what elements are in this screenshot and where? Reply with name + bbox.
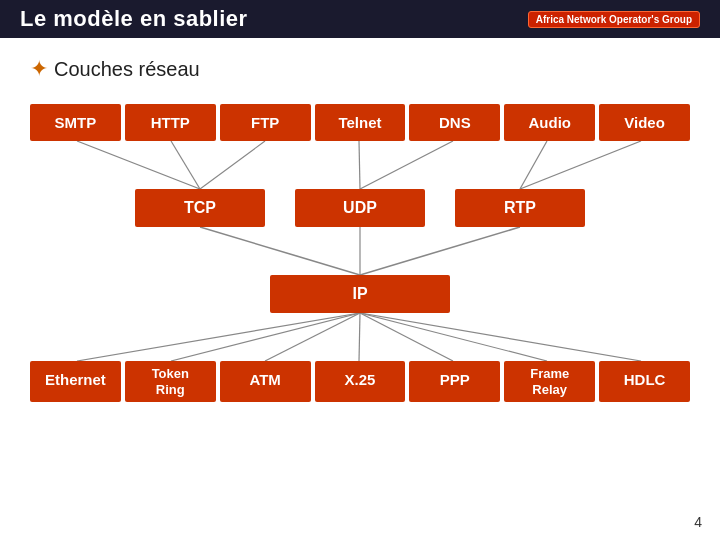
svg-line-4 bbox=[360, 141, 453, 189]
svg-line-12 bbox=[265, 313, 360, 361]
network-row: IP bbox=[30, 275, 690, 313]
svg-line-7 bbox=[200, 227, 360, 275]
proto-hdlc: HDLC bbox=[599, 361, 690, 402]
converge-lines bbox=[30, 141, 690, 189]
proto-ip: IP bbox=[270, 275, 450, 313]
diverge-lines bbox=[30, 313, 690, 361]
proto-telnet: Telnet bbox=[315, 104, 406, 141]
proto-audio: Audio bbox=[504, 104, 595, 141]
subtitle: ✦ Couches réseau bbox=[30, 56, 690, 82]
svg-line-10 bbox=[77, 313, 360, 361]
proto-tcp: TCP bbox=[135, 189, 265, 227]
transport-row: TCP UDP RTP bbox=[30, 189, 690, 227]
svg-line-14 bbox=[360, 313, 453, 361]
header-bar: Le modèle en sablier Africa Network Oper… bbox=[0, 0, 720, 38]
svg-line-0 bbox=[77, 141, 200, 189]
svg-line-3 bbox=[359, 141, 360, 189]
page-number: 4 bbox=[694, 514, 702, 530]
converge-to-ip bbox=[30, 227, 690, 275]
proto-ethernet: Ethernet bbox=[30, 361, 121, 402]
content-area: ✦ Couches réseau SMTP HTTP FTP Telnet DN… bbox=[0, 38, 720, 412]
proto-x25: X.25 bbox=[315, 361, 406, 402]
converge-ip-svg bbox=[30, 227, 690, 275]
svg-line-1 bbox=[171, 141, 200, 189]
svg-line-2 bbox=[200, 141, 265, 189]
bottom-protocol-row: Ethernet TokenRing ATM X.25 PPP FrameRel… bbox=[30, 361, 690, 402]
svg-line-13 bbox=[359, 313, 360, 361]
proto-frame-relay: FrameRelay bbox=[504, 361, 595, 402]
africa-badge: Africa Network Operator's Group bbox=[528, 11, 700, 28]
page: Le modèle en sablier Africa Network Oper… bbox=[0, 0, 720, 540]
star-icon: ✦ bbox=[30, 56, 48, 82]
token-ring-label: TokenRing bbox=[152, 366, 189, 397]
proto-atm: ATM bbox=[220, 361, 311, 402]
hourglass-diagram: SMTP HTTP FTP Telnet DNS Audio Video bbox=[30, 104, 690, 402]
frame-relay-label: FrameRelay bbox=[530, 366, 569, 397]
svg-line-9 bbox=[360, 227, 520, 275]
proto-video: Video bbox=[599, 104, 690, 141]
top-protocol-row: SMTP HTTP FTP Telnet DNS Audio Video bbox=[30, 104, 690, 141]
proto-token-ring: TokenRing bbox=[125, 361, 216, 402]
converge-svg bbox=[30, 141, 690, 189]
diverge-svg bbox=[30, 313, 690, 361]
subtitle-text: Couches réseau bbox=[54, 58, 200, 81]
svg-line-16 bbox=[360, 313, 641, 361]
svg-line-15 bbox=[360, 313, 547, 361]
proto-smtp: SMTP bbox=[30, 104, 121, 141]
svg-line-11 bbox=[171, 313, 360, 361]
proto-dns: DNS bbox=[409, 104, 500, 141]
proto-ftp: FTP bbox=[220, 104, 311, 141]
proto-http: HTTP bbox=[125, 104, 216, 141]
svg-line-5 bbox=[520, 141, 547, 189]
proto-ppp: PPP bbox=[409, 361, 500, 402]
proto-rtp: RTP bbox=[455, 189, 585, 227]
proto-udp: UDP bbox=[295, 189, 425, 227]
page-title: Le modèle en sablier bbox=[20, 6, 248, 32]
svg-line-6 bbox=[520, 141, 641, 189]
